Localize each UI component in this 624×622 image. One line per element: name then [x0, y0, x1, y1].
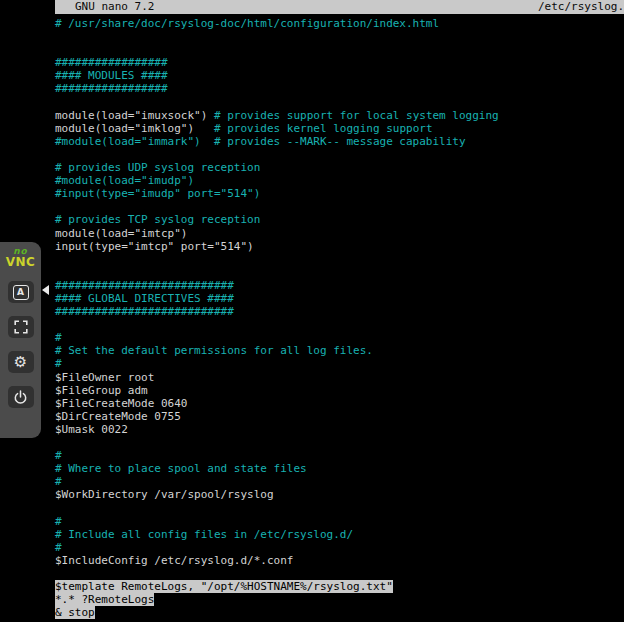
fullscreen-button[interactable]: [8, 316, 34, 338]
terminal-line: #module(load="imudp"): [55, 174, 624, 187]
terminal-line: ###########################: [55, 305, 624, 318]
chevron-left-icon: [42, 285, 49, 295]
terminal-text-segment: #: [55, 475, 62, 488]
terminal-line: module(load="imklog") # provides kernel …: [55, 122, 624, 135]
terminal-line: *.* ?RemoteLogs: [55, 593, 624, 606]
terminal-text-segment: $DirCreateMode 0755: [55, 410, 181, 423]
terminal-line: $WorkDirectory /var/spool/rsyslog: [55, 488, 624, 501]
terminal-text-segment: # Include all config files in /etc/rsysl…: [55, 528, 353, 541]
terminal-text-segment: #################: [55, 56, 168, 69]
novnc-logo: no VNC: [6, 247, 36, 268]
terminal-line: # Set the default permissions for all lo…: [55, 344, 624, 357]
terminal-text-segment: ###########################: [55, 305, 234, 318]
terminal-line: [55, 253, 624, 266]
terminal-line: [55, 501, 624, 514]
terminal-line: [55, 30, 624, 43]
terminal-line: # /usr/share/doc/rsyslog-doc/html/config…: [55, 17, 624, 30]
terminal-line: #: [55, 541, 624, 554]
toolbar-collapse-handle[interactable]: [42, 283, 52, 297]
terminal-text-segment: #: [55, 449, 62, 462]
terminal-text-segment: #: [55, 541, 62, 554]
terminal-line: $IncludeConfig /etc/rsyslog.d/*.conf: [55, 554, 624, 567]
terminal-line: [55, 318, 624, 331]
terminal-line: $template RemoteLogs, "/opt/%HOSTNAME%/r…: [55, 580, 624, 593]
terminal-text-segment: $IncludeConfig /etc/rsyslog.d/*.conf: [55, 554, 293, 567]
terminal-text-segment: # provides support for local system logg…: [214, 109, 499, 122]
terminal-text-segment: #: [55, 357, 62, 370]
terminal-line: $DirCreateMode 0755: [55, 410, 624, 423]
keyboard-icon: A: [13, 285, 29, 300]
terminal-text-segment: *.* ?RemoteLogs: [55, 593, 154, 606]
power-button[interactable]: [8, 386, 34, 408]
terminal-text-segment: # Where to place spool and state files: [55, 462, 307, 475]
terminal-line: #module(load="immark") # provides --MARK…: [55, 135, 624, 148]
terminal-line: #: [55, 515, 624, 528]
terminal-text-segment: # /usr/share/doc/rsyslog-doc/html/config…: [55, 17, 439, 30]
terminal-text-segment: #################: [55, 82, 168, 95]
terminal-text-segment: $template RemoteLogs, "/opt/%HOSTNAME%/r…: [55, 580, 393, 593]
terminal-line: module(load="imuxsock") # provides suppo…: [55, 109, 624, 122]
terminal-line: [55, 266, 624, 279]
terminal-line: #### MODULES ####: [55, 69, 624, 82]
terminal-line: #### GLOBAL DIRECTIVES ####: [55, 292, 624, 305]
terminal-line: # provides TCP syslog reception: [55, 213, 624, 226]
nano-editor: GNU nano 7.2 /etc/rsyslog. # /usr/share/…: [55, 0, 624, 622]
settings-button[interactable]: ⚙: [8, 351, 34, 373]
keyboard-icon-letter: A: [17, 288, 24, 297]
terminal-text-segment: module(load="imtcp"): [55, 227, 187, 240]
terminal-line: #: [55, 357, 624, 370]
terminal-text-segment: module(load="imuxsock"): [55, 109, 214, 122]
terminal-line: [55, 43, 624, 56]
terminal-line: #: [55, 449, 624, 462]
terminal-text-segment: #### MODULES ####: [55, 69, 168, 82]
terminal-text-segment: & stop: [55, 606, 95, 619]
terminal-text-segment: # provides UDP syslog reception: [55, 161, 260, 174]
terminal-line: [55, 148, 624, 161]
terminal-line: #input(type="imudp" port="514"): [55, 187, 624, 200]
terminal-text-segment: ###########################: [55, 279, 234, 292]
terminal-text-segment: $FileOwner root: [55, 371, 154, 384]
terminal-line: $FileGroup adm: [55, 384, 624, 397]
terminal-content[interactable]: # /usr/share/doc/rsyslog-doc/html/config…: [55, 14, 624, 619]
fullscreen-icon: [14, 320, 28, 334]
keyboard-button[interactable]: A: [8, 281, 34, 303]
terminal-line: $FileOwner root: [55, 371, 624, 384]
novnc-logo-vnc: VNC: [6, 256, 36, 268]
terminal-line: [55, 200, 624, 213]
terminal-line: & stop: [55, 606, 624, 619]
terminal-text-segment: # Set the default permissions for all lo…: [55, 344, 373, 357]
power-icon: [13, 390, 28, 405]
gear-icon: ⚙: [14, 355, 27, 370]
terminal-line: [55, 96, 624, 109]
terminal-text-segment: $FileCreateMode 0640: [55, 397, 187, 410]
terminal-line: $FileCreateMode 0640: [55, 397, 624, 410]
terminal-text-segment: #### GLOBAL DIRECTIVES ####: [55, 292, 234, 305]
screen: GNU nano 7.2 /etc/rsyslog. # /usr/share/…: [0, 0, 624, 622]
terminal-line: #: [55, 331, 624, 344]
terminal-line: #: [55, 475, 624, 488]
terminal-text-segment: # provides kernel logging support: [214, 122, 433, 135]
terminal-line: module(load="imtcp"): [55, 227, 624, 240]
terminal-text-segment: module(load="imklog"): [55, 122, 214, 135]
terminal-text-segment: # provides TCP syslog reception: [55, 213, 260, 226]
terminal-line: [55, 436, 624, 449]
terminal-text-segment: #module(load="imudp"): [55, 174, 194, 187]
terminal-text-segment: #: [55, 515, 62, 528]
terminal-line: # Where to place spool and state files: [55, 462, 624, 475]
terminal-line: #################: [55, 56, 624, 69]
terminal-line: input(type="imtcp" port="514"): [55, 240, 624, 253]
terminal-line: $Umask 0022: [55, 423, 624, 436]
nano-filename-label: /etc/rsyslog.: [538, 0, 624, 14]
terminal-text-segment: #: [55, 331, 62, 344]
terminal-text-segment: $FileGroup adm: [55, 384, 148, 397]
nano-titlebar: GNU nano 7.2 /etc/rsyslog.: [55, 0, 624, 14]
terminal-line: #################: [55, 82, 624, 95]
terminal-text-segment: $Umask 0022: [55, 423, 128, 436]
terminal-line: ###########################: [55, 279, 624, 292]
terminal-text-segment: #input(type="imudp" port="514"): [55, 187, 260, 200]
terminal-text-segment: input(type="imtcp" port="514"): [55, 240, 254, 253]
terminal-line: # provides UDP syslog reception: [55, 161, 624, 174]
terminal-text-segment: $WorkDirectory /var/spool/rsyslog: [55, 488, 274, 501]
terminal-line: # Include all config files in /etc/rsysl…: [55, 528, 624, 541]
terminal-text-segment: #module(load="immark") # provides --MARK…: [55, 135, 466, 148]
